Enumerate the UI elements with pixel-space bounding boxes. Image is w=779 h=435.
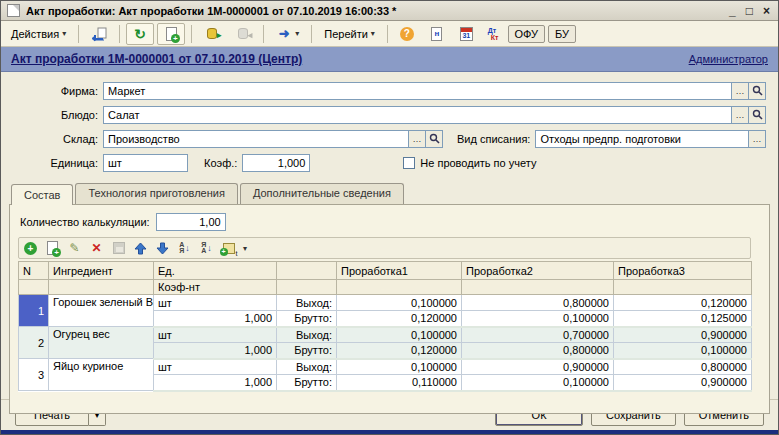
unit-cell[interactable]: шт <box>154 359 277 375</box>
firm-label: Фирма: <box>13 85 103 97</box>
app-window: Акт проработки: Акт проработки 1М-000000… <box>0 0 779 435</box>
pencil-icon: ✎ <box>69 241 79 255</box>
tab-additional[interactable]: Дополнительные сведения <box>240 183 404 204</box>
col-workout3[interactable]: Проработка3 <box>614 262 752 280</box>
output-value-cell[interactable]: 0,120000 <box>614 295 752 311</box>
coef-cell[interactable]: 1,000 <box>154 375 277 391</box>
help-button[interactable]: ? <box>394 24 420 44</box>
output-value-cell[interactable]: 0,800000 <box>462 295 614 311</box>
sort-asc-letters: АЯ <box>179 242 184 254</box>
row-number-cell[interactable]: 1 <box>19 295 49 327</box>
goto-menu-button[interactable]: Перейти ▾ <box>318 25 381 43</box>
output-label-cell[interactable]: Выход: <box>277 295 337 311</box>
gross-label-cell[interactable]: Брутто: <box>277 375 337 391</box>
post-document-button[interactable]: ▸ <box>198 23 226 45</box>
sort-asc-button[interactable]: АЯ ↓ <box>177 241 192 256</box>
calendar-button[interactable]: 31 <box>454 24 479 44</box>
warehouse-ellipsis-button[interactable]: … <box>409 130 426 148</box>
output-button[interactable]: ➜ ▾ <box>270 23 305 45</box>
ingredients-table: N Ингредиент Ед. Проработка1 Проработка2… <box>18 261 752 392</box>
unit-cell[interactable]: шт <box>154 327 277 343</box>
gross-value-cell[interactable]: 0,100000 <box>462 311 614 327</box>
output-value-cell[interactable]: 0,700000 <box>462 327 614 343</box>
row-number-cell[interactable]: 2 <box>19 327 49 359</box>
output-value-cell[interactable]: 0,900000 <box>614 327 752 343</box>
coef-cell[interactable]: 1,000 <box>154 343 277 359</box>
output-value-cell[interactable]: 0,100000 <box>337 327 462 343</box>
calc-qty-field[interactable]: 1,00 <box>156 213 226 231</box>
ingredient-cell[interactable]: Огурец вес <box>49 327 154 359</box>
unpost-document-button[interactable]: ◂ <box>229 23 257 45</box>
chevron-down-icon: ▾ <box>62 29 66 38</box>
copy-document-button[interactable]: + <box>157 23 185 45</box>
writeoff-ellipsis-button[interactable]: … <box>749 130 766 148</box>
gross-value-cell[interactable]: 0,100000 <box>614 343 752 359</box>
bu-toggle-button[interactable]: БУ <box>548 25 576 43</box>
row-number-cell[interactable]: 3 <box>19 359 49 391</box>
output-arrow-icon: ➜ <box>276 26 292 42</box>
gross-label-cell[interactable]: Брутто: <box>277 311 337 327</box>
edit-row-button[interactable]: ✎ <box>67 241 82 256</box>
col-workout2[interactable]: Проработка2 <box>462 262 614 280</box>
magnifier-icon <box>429 133 440 144</box>
output-value-cell[interactable]: 0,900000 <box>462 359 614 375</box>
unit-cell[interactable]: шт <box>154 295 277 311</box>
warehouse-field[interactable]: Производство <box>103 130 409 148</box>
ofu-toggle-button[interactable]: ОФУ <box>508 25 545 43</box>
end-edit-button[interactable] <box>111 241 126 256</box>
move-up-button[interactable] <box>133 241 148 256</box>
coef-field[interactable]: 1,000 <box>242 154 310 172</box>
tab-zone: Состав Технология приготовления Дополнит… <box>9 183 770 414</box>
user-link[interactable]: Администратор <box>689 53 768 65</box>
col-workout1[interactable]: Проработка1 <box>337 262 462 280</box>
pick-button[interactable]: +t <box>221 241 236 256</box>
output-label-cell[interactable]: Выход: <box>277 359 337 375</box>
copy-row-button[interactable]: + <box>45 241 60 256</box>
ingredient-cell[interactable]: Яйцо куриное <box>49 359 154 391</box>
col-ingredient[interactable]: Ингредиент <box>49 262 154 280</box>
gross-value-cell[interactable]: 0,120000 <box>337 343 462 359</box>
firm-field[interactable]: Маркет <box>103 82 732 100</box>
tab-sostav[interactable]: Состав <box>11 184 73 205</box>
output-label-cell[interactable]: Выход: <box>277 327 337 343</box>
gross-value-cell[interactable]: 0,110000 <box>337 375 462 391</box>
col-num[interactable]: N <box>19 262 49 280</box>
dish-magnifier-button[interactable] <box>749 106 766 124</box>
refresh-icon: ↻ <box>132 26 148 42</box>
delete-row-button[interactable]: ✕ <box>89 241 104 256</box>
gross-value-cell[interactable]: 0,900000 <box>614 375 752 391</box>
col-coef[interactable]: Коэф-нт <box>154 280 277 295</box>
col-unit[interactable]: Ед. <box>154 262 277 280</box>
gross-value-cell[interactable]: 0,800000 <box>462 343 614 359</box>
add-row-button[interactable]: + <box>23 241 38 256</box>
output-value-cell[interactable]: 0,800000 <box>614 359 752 375</box>
output-value-cell[interactable]: 0,100000 <box>337 295 462 311</box>
dish-ellipsis-button[interactable]: … <box>732 106 749 124</box>
chevron-down-icon[interactable]: ▾ <box>243 244 247 253</box>
writeoff-field[interactable]: Отходы предпр. подготовки <box>535 130 749 148</box>
ingredient-cell[interactable]: Горошек зеленый Bonduelle 200г <box>49 295 154 327</box>
tab-technology[interactable]: Технология приготовления <box>75 183 237 204</box>
firm-magnifier-button[interactable] <box>749 82 766 100</box>
no-posting-checkbox[interactable] <box>403 157 415 169</box>
sort-desc-button[interactable]: ЯА ↓ <box>199 241 214 256</box>
minimize-button[interactable]: _ <box>729 4 736 18</box>
actions-menu-button[interactable]: Действия ▾ <box>5 25 72 43</box>
gross-label-cell[interactable]: Брутто: <box>277 343 337 359</box>
output-value-cell[interactable]: 0,100000 <box>337 359 462 375</box>
close-button[interactable]: × <box>763 4 770 18</box>
warehouse-magnifier-button[interactable] <box>426 130 443 148</box>
unit-field[interactable]: шт <box>103 154 188 172</box>
gross-value-cell[interactable]: 0,125000 <box>614 311 752 327</box>
report-structure-button[interactable]: н <box>423 23 451 45</box>
gross-value-cell[interactable]: 0,120000 <box>337 311 462 327</box>
move-down-button[interactable] <box>155 241 170 256</box>
firm-ellipsis-button[interactable]: … <box>732 82 749 100</box>
save-close-button[interactable] <box>85 23 113 45</box>
coef-cell[interactable]: 1,000 <box>154 311 277 327</box>
dtkt-button[interactable]: ДтКт <box>482 24 505 44</box>
maximize-button[interactable]: □ <box>746 4 753 18</box>
refresh-button[interactable]: ↻ <box>126 23 154 45</box>
gross-value-cell[interactable]: 0,100000 <box>462 375 614 391</box>
dish-field[interactable]: Салат <box>103 106 732 124</box>
